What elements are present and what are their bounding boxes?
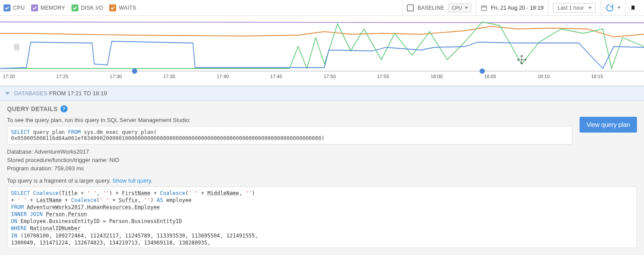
legend-item-memory[interactable]: MEMORY bbox=[31, 4, 65, 11]
axis-tick: 17:45 bbox=[270, 74, 282, 79]
axis-tick: 17:40 bbox=[217, 74, 229, 79]
check-icon bbox=[109, 4, 116, 11]
check-icon bbox=[31, 4, 38, 11]
axis-tick: 17:20 bbox=[3, 74, 15, 79]
legend-item-waits[interactable]: WAITS bbox=[109, 4, 136, 11]
axis-tick: 17:30 bbox=[110, 74, 122, 79]
axis-tick: 17:35 bbox=[163, 74, 175, 79]
check-icon bbox=[4, 4, 11, 11]
plan-sql-box[interactable]: SELECT query_plan FROM sys.dm_exec_query… bbox=[7, 126, 573, 144]
move-cursor-icon bbox=[517, 55, 526, 64]
help-icon[interactable]: ? bbox=[60, 105, 68, 112]
axis-tick: 18:10 bbox=[537, 74, 550, 79]
calendar-icon bbox=[480, 4, 487, 11]
bookmark-icon[interactable] bbox=[630, 4, 636, 12]
meta-procedure: Stored procedure/function/trigger name: … bbox=[7, 156, 637, 165]
axis-tick: 17:50 bbox=[324, 74, 336, 79]
meta-duration: Program duration: 759,093 ms bbox=[7, 165, 637, 173]
axis-tick: 18:00 bbox=[431, 74, 443, 79]
baseline-checkbox[interactable] bbox=[407, 4, 414, 11]
axis-tick: 17:25 bbox=[56, 74, 68, 79]
legend-item-cpu[interactable]: CPU bbox=[4, 4, 25, 11]
edge-handle-icon[interactable] bbox=[14, 44, 19, 50]
check-icon bbox=[71, 4, 78, 11]
refresh-dropdown[interactable] bbox=[617, 7, 621, 9]
view-query-plan-button[interactable]: View query plan bbox=[580, 117, 637, 133]
legend-label: WAITS bbox=[119, 5, 136, 11]
legend-label: DISK I/O bbox=[81, 5, 103, 11]
meta-database: Database: AdventureWorks2017 bbox=[7, 148, 637, 156]
axis-tick: 18:05 bbox=[484, 74, 496, 79]
baseline-metric-select[interactable]: CPU bbox=[448, 4, 471, 12]
selection-handle-start[interactable] bbox=[132, 68, 137, 74]
chart-time-axis: 17:20 17:25 17:30 17:35 17:40 17:45 17:5… bbox=[0, 74, 644, 85]
toolbar-controls: BASELINE CPU Fri, 21 Aug 20 - 18:19 Last… bbox=[402, 0, 640, 15]
axis-tick: 18:15 bbox=[591, 74, 603, 79]
date-label: Fri, 21 Aug 20 - 18:19 bbox=[491, 5, 544, 11]
baseline-label: BASELINE bbox=[417, 5, 444, 11]
show-full-query-link[interactable]: Show full query. bbox=[112, 177, 153, 184]
time-range-select[interactable]: Last 1 hour bbox=[553, 3, 596, 13]
query-metadata: Database: AdventureWorks2017 Stored proc… bbox=[7, 148, 637, 173]
databases-label: DATABASES bbox=[14, 90, 47, 97]
chevron-down-icon bbox=[5, 92, 10, 95]
baseline-block: BASELINE CPU bbox=[402, 0, 475, 15]
databases-range: FROM 17:21 TO 18:19 bbox=[49, 90, 107, 97]
plan-instruction: To see the query plan, run this query in… bbox=[7, 117, 573, 123]
svg-rect-0 bbox=[481, 6, 487, 11]
top-query-sql[interactable]: SELECT Coalesce(Title + ' ', '') + First… bbox=[7, 187, 637, 248]
query-details-panel: QUERY DETAILS ? To see the query plan, r… bbox=[0, 101, 644, 255]
fragment-notice: Top query is a fragment of a larger quer… bbox=[7, 177, 637, 184]
legend-label: MEMORY bbox=[41, 5, 65, 11]
refresh-icon[interactable] bbox=[605, 3, 615, 13]
legend-item-disk[interactable]: DISK I/O bbox=[71, 4, 103, 11]
chart-canvas bbox=[0, 16, 644, 74]
performance-chart[interactable]: 17:20 17:25 17:30 17:35 17:40 17:45 17:5… bbox=[0, 16, 644, 86]
top-bar: CPU MEMORY DISK I/O WAITS BASELINE CPU F… bbox=[0, 0, 644, 16]
metric-legend: CPU MEMORY DISK I/O WAITS bbox=[4, 4, 136, 11]
query-details-title: QUERY DETAILS bbox=[7, 105, 58, 112]
axis-tick: 17:55 bbox=[377, 74, 389, 79]
databases-section-header[interactable]: DATABASES FROM 17:21 TO 18:19 bbox=[0, 86, 644, 101]
legend-label: CPU bbox=[13, 5, 25, 11]
selection-handle-end[interactable] bbox=[480, 68, 485, 74]
